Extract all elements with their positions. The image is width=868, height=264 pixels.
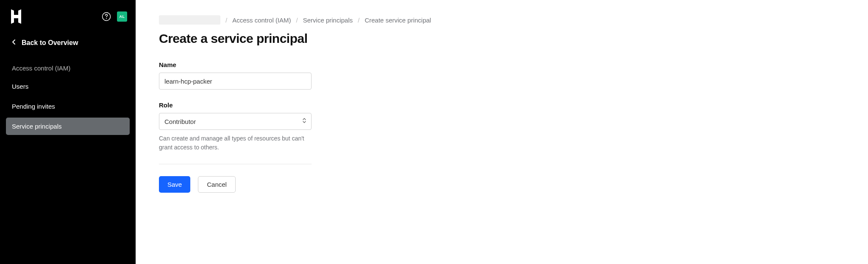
form-group-name: Name: [159, 61, 845, 90]
name-label: Name: [159, 61, 845, 68]
sidebar-item-pending-invites[interactable]: Pending invites: [6, 98, 130, 115]
sidebar-section-heading: Access control (IAM): [6, 61, 130, 78]
role-label: Role: [159, 101, 845, 109]
button-row: Save Cancel: [159, 176, 845, 193]
cancel-button[interactable]: Cancel: [198, 176, 236, 193]
chevron-left-icon: [12, 39, 16, 47]
page-title: Create a service principal: [159, 31, 845, 46]
svg-point-1: [106, 18, 107, 19]
breadcrumb-current: Create service principal: [364, 17, 431, 24]
role-select[interactable]: Contributor: [159, 113, 312, 130]
role-help-text: Can create and manage all types of resou…: [159, 134, 312, 152]
sidebar-top-right: AL: [102, 11, 127, 22]
form-divider: [159, 164, 312, 164]
save-button[interactable]: Save: [159, 176, 190, 193]
sidebar-top: AL: [0, 8, 136, 33]
sidebar: AL Back to Overview Access control (IAM)…: [0, 0, 136, 264]
name-input[interactable]: [159, 73, 312, 90]
form-group-role: Role Contributor Can create and manage a…: [159, 101, 845, 152]
back-link-label: Back to Overview: [22, 39, 78, 47]
hashicorp-logo-icon[interactable]: [8, 8, 24, 25]
back-to-overview-link[interactable]: Back to Overview: [0, 33, 136, 53]
sidebar-item-users[interactable]: Users: [6, 78, 130, 95]
breadcrumb-access-control[interactable]: Access control (IAM): [232, 17, 291, 24]
breadcrumb: / Access control (IAM) / Service princip…: [159, 15, 845, 25]
breadcrumb-separator: /: [225, 17, 227, 24]
avatar[interactable]: AL: [117, 11, 127, 22]
help-icon[interactable]: [102, 12, 111, 21]
breadcrumb-separator: /: [296, 17, 298, 24]
breadcrumb-separator: /: [358, 17, 359, 24]
sidebar-item-service-principals[interactable]: Service principals: [6, 118, 130, 135]
main-content: / Access control (IAM) / Service princip…: [136, 0, 868, 264]
role-select-wrapper: Contributor: [159, 113, 312, 130]
breadcrumb-org-placeholder: [159, 15, 220, 25]
sidebar-nav: Access control (IAM) Users Pending invit…: [0, 53, 136, 135]
breadcrumb-service-principals[interactable]: Service principals: [303, 17, 353, 24]
